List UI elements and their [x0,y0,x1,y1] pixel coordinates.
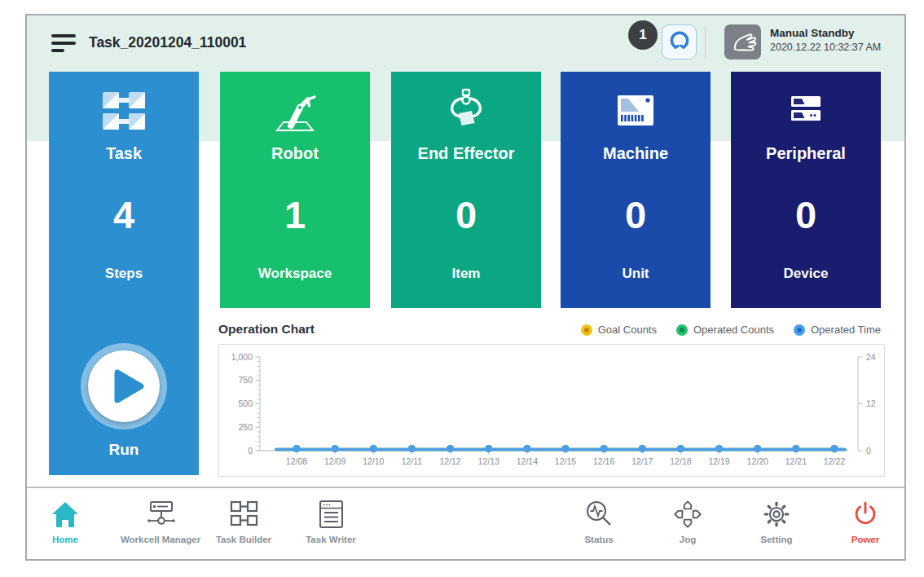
nav-power[interactable]: Power [812,496,918,544]
svg-text:12/12: 12/12 [439,456,460,466]
nav-home[interactable]: Home [12,496,118,544]
svg-text:750: 750 [238,375,253,385]
operated-time-marker-icon [794,324,805,336]
svg-text:12/09: 12/09 [324,456,345,466]
manual-mode-icon [724,24,761,59]
svg-text:12/11: 12/11 [402,456,423,466]
gripper-button[interactable] [662,24,697,59]
svg-text:12/14: 12/14 [517,456,538,466]
card-robot[interactable]: Robot 1 Workspace [220,72,370,308]
play-icon [88,350,160,422]
card-value: 0 [731,192,881,237]
chart-legend: Goal Counts Operated Counts Operated Tim… [581,324,881,336]
svg-text:0: 0 [866,446,871,456]
card-value: 1 [220,192,370,237]
annotation-badge: 1 [628,20,658,50]
svg-text:12/18: 12/18 [670,456,691,466]
svg-text:12: 12 [866,399,876,408]
legend-goal-counts: Goal Counts [581,324,657,336]
page-title: Task_20201204_110001 [89,34,246,51]
card-machine[interactable]: Machine 0 Unit [561,72,711,308]
robot-icon [220,88,370,134]
home-icon [12,496,118,530]
card-title: Peripheral [731,144,881,163]
nav-label: Task Writer [278,535,384,544]
svg-text:12/16: 12/16 [593,456,614,466]
bottom-nav: Home Workcell Manager [27,487,904,559]
card-title: Task [49,144,199,163]
run-label: Run [49,441,199,459]
legend-label: Operated Time [811,324,881,336]
svg-text:12/15: 12/15 [555,456,576,466]
operation-chart: 1,00075050025002412012/0812/0912/1012/11… [218,344,885,477]
nav-label: Home [12,535,118,544]
task-writer-icon [278,496,384,530]
nav-label: Power [812,535,918,544]
operated-counts-marker-icon [676,324,688,336]
svg-text:24: 24 [866,352,876,362]
card-unit: Unit [561,266,711,282]
nav-task-writer[interactable]: Task Writer [278,496,384,544]
power-icon [812,496,918,530]
svg-text:0: 0 [248,446,253,456]
card-title: Machine [561,144,711,163]
card-unit: Steps [49,266,199,282]
legend-label: Operated Counts [693,324,774,336]
card-unit: Workspace [220,266,370,282]
task-icon [49,88,199,134]
svg-text:12/20: 12/20 [747,456,768,466]
legend-operated-counts: Operated Counts [676,324,774,336]
app-panel: Task_20201204_110001 1 Manual Standby 20… [25,14,906,561]
menu-icon[interactable] [51,33,77,55]
robot-status: Manual Standby 2020.12.22 10:32:37 AM [770,27,881,54]
svg-text:500: 500 [238,399,253,408]
card-unit: Device [731,266,881,282]
status-label: Manual Standby [770,27,881,40]
header-divider [705,26,706,59]
card-end-effector[interactable]: End Effector 0 Item [391,72,541,308]
goal-counts-marker-icon [581,324,592,336]
card-title: End Effector [391,144,541,163]
gripper-icon [667,29,692,56]
status-timestamp: 2020.12.22 10:32:37 AM [770,41,881,54]
screen: Task_20201204_110001 1 Manual Standby 20… [0,0,924,577]
legend-label: Goal Counts [598,324,657,336]
svg-text:12/10: 12/10 [363,456,384,466]
legend-operated-time: Operated Time [794,324,881,336]
card-peripheral[interactable]: Peripheral 0 Device [731,72,881,308]
machine-icon [561,88,711,134]
svg-text:12/22: 12/22 [824,456,845,466]
chart-title: Operation Chart [218,322,315,337]
card-value: 0 [391,192,541,237]
svg-text:12/19: 12/19 [708,456,729,466]
svg-text:250: 250 [238,422,253,432]
run-button[interactable] [81,343,167,429]
card-task[interactable]: Task 4 Steps Run [49,72,199,475]
svg-text:12/13: 12/13 [478,456,499,466]
svg-text:12/08: 12/08 [286,456,307,466]
card-title: Robot [220,144,370,163]
end-effector-icon [391,88,541,134]
card-value: 0 [561,192,711,237]
svg-text:1,000: 1,000 [231,352,253,362]
peripheral-icon [731,88,881,134]
card-value: 4 [49,192,199,237]
svg-text:12/17: 12/17 [631,456,653,466]
svg-text:12/21: 12/21 [785,456,807,466]
card-unit: Item [391,266,541,282]
